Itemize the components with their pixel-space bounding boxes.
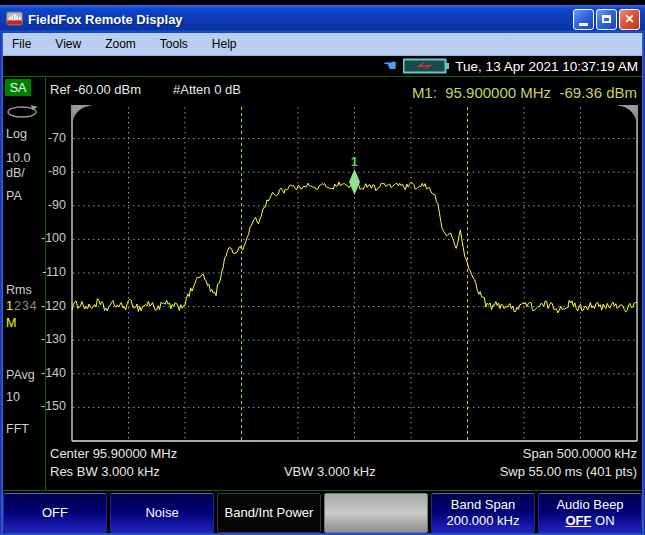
y-axis-tick-label: -140 bbox=[24, 366, 66, 380]
atten-readout: #Atten 0 dB bbox=[173, 82, 241, 97]
maximize-button[interactable] bbox=[596, 9, 617, 30]
battery-charging-icon bbox=[403, 58, 449, 74]
y-axis-tick-label: -70 bbox=[24, 131, 66, 145]
rotary-knob-icon bbox=[5, 103, 41, 119]
y-axis-tick-label: -80 bbox=[24, 164, 66, 178]
softkey-band-span[interactable]: Band Span200.000 kHz bbox=[431, 493, 535, 533]
marker-1-readout: M1: 95.900000 MHz -69.36 dBm bbox=[412, 84, 637, 101]
y-axis-tick-label: -100 bbox=[24, 231, 66, 245]
mode-badge-sa: SA bbox=[5, 79, 31, 96]
y-axis-tick-label: -110 bbox=[24, 265, 66, 279]
fft-flag: FFT bbox=[6, 422, 29, 436]
span-readout: Span 500.0000 kHz bbox=[523, 446, 637, 461]
menubar: File View Zoom Tools Help bbox=[0, 33, 645, 56]
ref-level-readout: Ref -60.00 dBm bbox=[50, 82, 141, 97]
audio-beep-on-state: ON bbox=[595, 513, 615, 528]
menu-zoom[interactable]: Zoom bbox=[93, 35, 148, 53]
y-axis-tick-label: -90 bbox=[24, 198, 66, 212]
window-border-left bbox=[0, 33, 3, 535]
menu-tools[interactable]: Tools bbox=[148, 35, 200, 53]
average-count-label: 10 bbox=[6, 390, 20, 404]
center-freq-readout: Center 95.90000 MHz bbox=[50, 446, 177, 461]
close-icon: ✕ bbox=[624, 12, 634, 26]
bottom-info-row-2: Res BW 3.000 kHz VBW 3.000 kHz Swp 55.00… bbox=[50, 464, 637, 479]
fieldfox-app-icon bbox=[6, 11, 23, 27]
y-axis-tick-label: -120 bbox=[24, 299, 66, 313]
menu-view[interactable]: View bbox=[43, 35, 93, 53]
maximize-icon bbox=[602, 15, 611, 23]
softkey-band-int-power[interactable]: Band/Int Power bbox=[217, 493, 321, 533]
trace-1-indicator: 1 bbox=[6, 299, 14, 313]
softkey-off[interactable]: OFF bbox=[3, 493, 107, 533]
bottom-info-row-1: Center 95.90000 MHz Span 500.0000 kHz bbox=[50, 446, 637, 461]
detector-label: Rms bbox=[6, 283, 32, 297]
plot-region[interactable] bbox=[72, 105, 637, 441]
window-title: FieldFox Remote Display bbox=[28, 12, 573, 27]
softkey-audio-beep[interactable]: Audio Beep OFF ON bbox=[538, 493, 642, 533]
vbw-readout: VBW 3.000 kHz bbox=[284, 464, 376, 479]
softkey-blank[interactable] bbox=[324, 493, 428, 533]
sweep-readout: Swp 55.00 ms (401 pts) bbox=[500, 464, 637, 479]
scale-value-label: 10.0 bbox=[6, 151, 30, 165]
marker-flag: M bbox=[6, 316, 16, 330]
y-axis-tick-label: -150 bbox=[24, 399, 66, 413]
softkey-bar: OFF Noise Band/Int Power Band Span200.00… bbox=[3, 493, 642, 533]
trace-2-indicator: 2 bbox=[14, 299, 22, 313]
audio-beep-off-state: OFF bbox=[565, 513, 591, 528]
datetime-text: Tue, 13 Apr 2021 10:37:19 AM bbox=[455, 59, 638, 74]
minimize-icon bbox=[579, 23, 588, 26]
scale-unit-label: dB/ bbox=[6, 166, 25, 180]
status-strip: ☚ Tue, 13 Apr 2021 10:37:19 AM bbox=[3, 56, 642, 76]
menu-help[interactable]: Help bbox=[200, 35, 249, 53]
y-axis-tick-label: -130 bbox=[24, 332, 66, 346]
preamp-label: PA bbox=[6, 189, 22, 203]
close-button[interactable]: ✕ bbox=[619, 9, 640, 30]
softkey-noise[interactable]: Noise bbox=[110, 493, 214, 533]
titlebar[interactable]: FieldFox Remote Display ✕ bbox=[0, 5, 645, 33]
rbw-readout: Res BW 3.000 kHz bbox=[50, 464, 160, 479]
minimize-button[interactable] bbox=[573, 9, 594, 30]
remote-pointer-hand-icon: ☚ bbox=[383, 58, 397, 74]
menu-file[interactable]: File bbox=[0, 35, 43, 53]
